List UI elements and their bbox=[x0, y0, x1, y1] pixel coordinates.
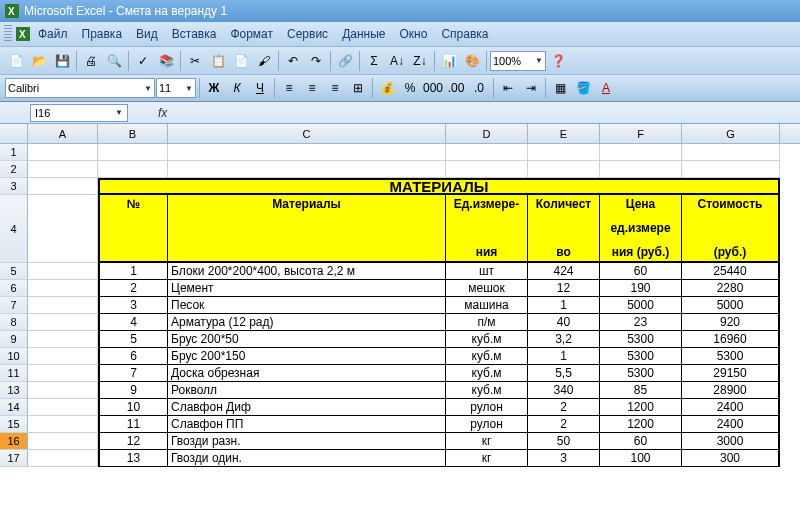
font-color-button[interactable]: A bbox=[595, 77, 617, 99]
cell[interactable] bbox=[28, 280, 98, 297]
redo-button[interactable]: ↷ bbox=[305, 50, 327, 72]
row-header[interactable]: 9 bbox=[0, 331, 28, 348]
underline-button[interactable]: Ч bbox=[249, 77, 271, 99]
cell[interactable]: 5300 bbox=[682, 348, 780, 365]
inc-decimal-button[interactable]: .00 bbox=[445, 77, 467, 99]
bold-button[interactable]: Ж bbox=[203, 77, 225, 99]
col-header[interactable]: C bbox=[168, 124, 446, 143]
sum-button[interactable]: Σ bbox=[363, 50, 385, 72]
new-button[interactable]: 📄 bbox=[5, 50, 27, 72]
font-select[interactable]: Calibri▼ bbox=[5, 78, 155, 98]
row-header[interactable]: 2 bbox=[0, 161, 28, 178]
col-header[interactable]: A bbox=[28, 124, 98, 143]
cell[interactable] bbox=[28, 416, 98, 433]
cell[interactable]: куб.м bbox=[446, 348, 528, 365]
cell[interactable]: 1 bbox=[528, 348, 600, 365]
cell[interactable]: куб.м bbox=[446, 382, 528, 399]
cell[interactable]: Песок bbox=[168, 297, 446, 314]
paste-button[interactable]: 📄 bbox=[230, 50, 252, 72]
cell[interactable] bbox=[600, 161, 682, 178]
italic-button[interactable]: К bbox=[226, 77, 248, 99]
cell[interactable]: 25440 bbox=[682, 263, 780, 280]
cell[interactable] bbox=[168, 144, 446, 161]
row-header[interactable]: 15 bbox=[0, 416, 28, 433]
cell[interactable]: Блоки 200*200*400, высота 2,2 м bbox=[168, 263, 446, 280]
cell[interactable]: 5 bbox=[98, 331, 168, 348]
cell[interactable] bbox=[446, 161, 528, 178]
cell[interactable]: 1 bbox=[98, 263, 168, 280]
cell[interactable] bbox=[28, 314, 98, 331]
cell[interactable]: 5300 bbox=[600, 365, 682, 382]
cell[interactable]: 2280 bbox=[682, 280, 780, 297]
cell[interactable] bbox=[98, 161, 168, 178]
cell[interactable] bbox=[682, 161, 780, 178]
cell[interactable]: 13 bbox=[98, 450, 168, 467]
col-header[interactable]: F bbox=[600, 124, 682, 143]
cell[interactable] bbox=[28, 348, 98, 365]
table-title[interactable]: МАТЕРИАЛЫ bbox=[98, 178, 780, 195]
cell[interactable]: Гвозди один. bbox=[168, 450, 446, 467]
cell[interactable]: 23 bbox=[600, 314, 682, 331]
cell[interactable]: 2400 bbox=[682, 399, 780, 416]
cell[interactable] bbox=[28, 399, 98, 416]
cell[interactable]: 40 bbox=[528, 314, 600, 331]
format-painter-button[interactable]: 🖌 bbox=[253, 50, 275, 72]
cell[interactable]: 85 bbox=[600, 382, 682, 399]
cell[interactable]: п/м bbox=[446, 314, 528, 331]
spell-button[interactable]: ✓ bbox=[132, 50, 154, 72]
cell[interactable]: 1 bbox=[528, 297, 600, 314]
currency-button[interactable]: 💰 bbox=[376, 77, 398, 99]
cell[interactable]: 11 bbox=[98, 416, 168, 433]
research-button[interactable]: 📚 bbox=[155, 50, 177, 72]
cell[interactable]: Славфон ПП bbox=[168, 416, 446, 433]
borders-button[interactable]: ▦ bbox=[549, 77, 571, 99]
cell[interactable]: Гвозди разн. bbox=[168, 433, 446, 450]
percent-button[interactable]: % bbox=[399, 77, 421, 99]
cell[interactable] bbox=[28, 297, 98, 314]
row-header[interactable]: 13 bbox=[0, 382, 28, 399]
name-box[interactable]: I16▼ bbox=[30, 104, 128, 122]
menu-file[interactable]: Файл bbox=[32, 24, 74, 44]
cell[interactable]: 2 bbox=[528, 416, 600, 433]
cell[interactable]: 2400 bbox=[682, 416, 780, 433]
fill-color-button[interactable]: 🪣 bbox=[572, 77, 594, 99]
cell[interactable]: 3 bbox=[528, 450, 600, 467]
header-unit[interactable]: Ед.измере-ния bbox=[446, 195, 528, 263]
chart-button[interactable]: 📊 bbox=[438, 50, 460, 72]
cell[interactable] bbox=[28, 331, 98, 348]
cell[interactable]: 5,5 bbox=[528, 365, 600, 382]
cell[interactable] bbox=[682, 144, 780, 161]
header-material[interactable]: Материалы bbox=[168, 195, 446, 263]
cell[interactable]: 1200 bbox=[600, 416, 682, 433]
select-all-corner[interactable] bbox=[0, 124, 28, 143]
cell[interactable]: 920 bbox=[682, 314, 780, 331]
zoom-select[interactable]: 100%▼ bbox=[490, 51, 546, 71]
row-header[interactable]: 17 bbox=[0, 450, 28, 467]
col-header[interactable]: D bbox=[446, 124, 528, 143]
fx-label[interactable]: fx bbox=[158, 106, 167, 120]
cell[interactable] bbox=[600, 144, 682, 161]
cell[interactable]: 29150 bbox=[682, 365, 780, 382]
menu-view[interactable]: Вид bbox=[130, 24, 164, 44]
cell[interactable]: куб.м bbox=[446, 331, 528, 348]
merge-button[interactable]: ⊞ bbox=[347, 77, 369, 99]
header-cost[interactable]: Стоимость(руб.) bbox=[682, 195, 780, 263]
cell[interactable]: Брус 200*50 bbox=[168, 331, 446, 348]
row-header[interactable]: 8 bbox=[0, 314, 28, 331]
cell[interactable]: 16960 bbox=[682, 331, 780, 348]
row-header[interactable]: 3 bbox=[0, 178, 28, 195]
header-num[interactable]: № bbox=[98, 195, 168, 263]
cell[interactable]: 100 bbox=[600, 450, 682, 467]
link-button[interactable]: 🔗 bbox=[334, 50, 356, 72]
menu-format[interactable]: Формат bbox=[224, 24, 279, 44]
row-header[interactable]: 10 bbox=[0, 348, 28, 365]
cell[interactable] bbox=[28, 365, 98, 382]
cell[interactable]: 3000 bbox=[682, 433, 780, 450]
cell[interactable]: Славфон Диф bbox=[168, 399, 446, 416]
cut-button[interactable]: ✂ bbox=[184, 50, 206, 72]
cell[interactable]: 12 bbox=[98, 433, 168, 450]
cell[interactable]: 12 bbox=[528, 280, 600, 297]
cell[interactable]: 5300 bbox=[600, 331, 682, 348]
menu-data[interactable]: Данные bbox=[336, 24, 391, 44]
drawing-button[interactable]: 🎨 bbox=[461, 50, 483, 72]
